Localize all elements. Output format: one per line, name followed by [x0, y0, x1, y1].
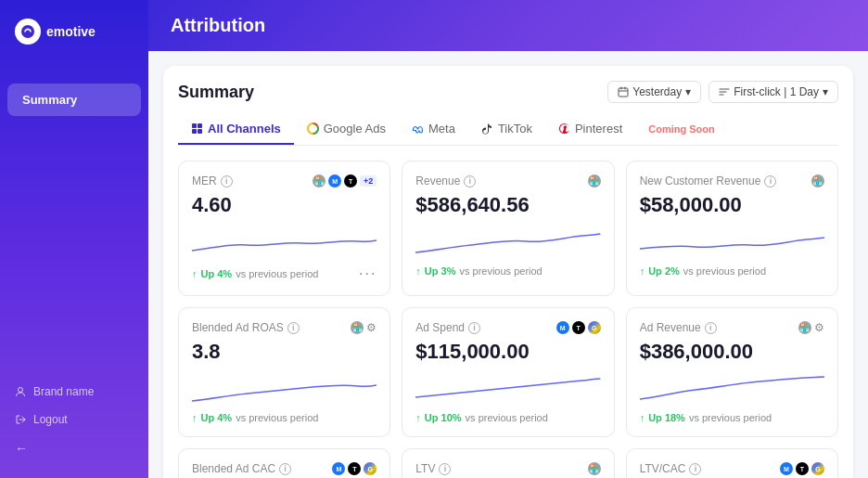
chevron-down-icon: ▾ [685, 85, 691, 98]
info-icon-cac[interactable]: i [279, 463, 291, 475]
metric-name-ltv: LTV [415, 462, 435, 475]
all-channels-icon [191, 123, 203, 135]
sidebar-brand-name[interactable]: Brand name [7, 378, 141, 406]
google-ads-icon [307, 123, 319, 135]
metrics-grid: MER i 🏪 M T +2 4.60 [178, 161, 838, 478]
metric-label-ltvcac: LTV/CAC i [640, 462, 702, 475]
trend-suffix-adrevenue: vs previous period [689, 412, 772, 423]
info-icon-ncr[interactable]: i [764, 175, 776, 187]
logo: emotive [0, 19, 96, 45]
info-icon-adspend[interactable]: i [468, 322, 480, 334]
sidebar-nav: Summary [0, 82, 148, 378]
settings-icon-roas: ⚙ [366, 321, 377, 334]
metric-card-adrevenue: Ad Revenue i 🏪 ⚙ $386,000.00 [626, 307, 838, 437]
metric-label-mer: MER i [192, 174, 233, 187]
model-picker-btn[interactable]: First-click | 1 Day ▾ [708, 81, 838, 103]
user-icon [15, 386, 26, 397]
metric-label-adspend: Ad Spend i [415, 321, 480, 334]
tiktok-icon-adspend: T [572, 321, 585, 334]
chevron-down-icon-2: ▾ [823, 85, 828, 98]
svg-rect-7 [198, 129, 202, 134]
page-title: Attribution [171, 15, 846, 36]
tab-coming-soon[interactable]: Coming Soon [635, 114, 728, 145]
trend-arrow-adspend: ↑ [415, 412, 421, 423]
metric-trend-mer: ↑ Up 4% vs previous period ··· [192, 265, 377, 282]
date-btn-label: Yesterday [632, 85, 682, 98]
model-btn-label: First-click | 1 Day [734, 85, 819, 98]
google-icon-ltvcac: G [811, 462, 824, 475]
sidebar-item-summary[interactable]: Summary [7, 84, 141, 116]
metric-name-ltvcac: LTV/CAC [640, 462, 686, 475]
svg-rect-6 [192, 129, 197, 134]
logo-text: emotive [46, 24, 96, 39]
trend-arrow-adrevenue: ↑ [640, 412, 645, 423]
metric-name-ncr: New Customer Revenue [640, 174, 761, 187]
metric-name-adspend: Ad Spend [415, 321, 465, 334]
tab-all-channels[interactable]: All Channels [178, 114, 294, 145]
metric-label-ltv: LTV i [415, 462, 451, 475]
metric-trend-roas: ↑ Up 4% vs previous period [192, 412, 377, 423]
metric-header-cac: Blended Ad CAC i M T G [192, 462, 377, 475]
sidebar-collapse-btn[interactable]: ← [7, 433, 141, 463]
metric-trend-adrevenue: ↑ Up 18% vs previous period [640, 412, 824, 423]
svg-point-2 [19, 388, 23, 393]
logo-icon [15, 19, 41, 45]
tiktok-icon-ltvcac: T [796, 462, 809, 475]
metric-icons-ltv: 🏪 [588, 462, 601, 475]
metric-name-adrevenue: Ad Revenue [640, 321, 701, 334]
meta-icon-ltvcac: M [780, 462, 793, 475]
metric-chart-adspend [415, 371, 600, 405]
store-icon-adrevenue: 🏪 [798, 321, 811, 334]
metric-name-mer: MER [192, 174, 217, 187]
metric-card-adspend: Ad Spend i M T G $115,000.00 [402, 307, 614, 437]
tab-pinterest[interactable]: Pinterest [545, 114, 635, 145]
trend-arrow-ncr: ↑ [640, 265, 645, 277]
trend-suffix-adspend: vs previous period [466, 412, 548, 423]
brand-name-label: Brand name [33, 385, 94, 398]
trend-value-revenue: Up 3% [425, 265, 456, 277]
metric-header-revenue: Revenue i 🏪 [415, 174, 600, 187]
metric-card-ltv: LTV i 🏪 $135.00 ↑ [402, 448, 614, 478]
metric-value-mer: 4.60 [192, 193, 377, 217]
trend-suffix-roas: vs previous period [236, 412, 318, 423]
header: Attribution [148, 0, 868, 51]
tab-meta[interactable]: Meta [399, 114, 468, 145]
summary-controls: Yesterday ▾ First-click | 1 Day ▾ [607, 81, 838, 103]
info-icon-mer[interactable]: i [221, 175, 233, 187]
metric-icons-mer: 🏪 M T +2 [313, 174, 377, 187]
store-icon-ltv: 🏪 [588, 462, 601, 475]
svg-rect-3 [619, 88, 628, 97]
tab-google-ads[interactable]: Google Ads [294, 114, 399, 145]
tab-all-channels-label: All Channels [208, 122, 281, 136]
info-icon-adrevenue[interactable]: i [705, 322, 717, 334]
tab-tiktok[interactable]: TikTok [468, 114, 545, 145]
trend-value-mer: Up 4% [201, 268, 233, 279]
summary-header: Summary Yesterday ▾ [178, 81, 838, 103]
trend-value-roas: Up 4% [201, 412, 233, 423]
metric-value-adrevenue: $386,000.00 [640, 340, 824, 364]
tiktok-icon [481, 123, 493, 135]
sidebar-item-summary-label: Summary [22, 93, 77, 107]
info-icon-ltvcac[interactable]: i [689, 463, 701, 475]
more-btn-mer[interactable]: ··· [359, 265, 377, 282]
meta-icon-adspend: M [556, 321, 569, 334]
sidebar-bottom: Brand name Logout ← [0, 378, 148, 463]
settings-icon-adrevenue: ⚙ [814, 321, 824, 334]
model-icon [719, 86, 730, 97]
info-icon-ltv[interactable]: i [439, 463, 451, 475]
metric-label-ncr: New Customer Revenue i [640, 174, 777, 187]
metric-icons-cac: M T G [332, 462, 377, 475]
metric-value-roas: 3.8 [192, 340, 377, 364]
metric-card-ltvcac: LTV/CAC i M T G 5.15 [626, 448, 838, 478]
date-picker-btn[interactable]: Yesterday ▾ [607, 81, 701, 103]
sidebar-logout[interactable]: Logout [7, 406, 141, 433]
metric-header-ltvcac: LTV/CAC i M T G [640, 462, 824, 475]
meta-dot-icon: M [328, 174, 341, 187]
calendar-icon [618, 86, 629, 97]
tab-google-ads-label: Google Ads [324, 122, 386, 136]
info-icon-revenue[interactable]: i [464, 175, 476, 187]
svg-rect-5 [198, 123, 202, 128]
info-icon-roas[interactable]: i [287, 322, 300, 334]
metric-card-new-customer-revenue: New Customer Revenue i 🏪 $58,000.00 [626, 161, 838, 296]
main-content: Attribution Summary Yesterday ▾ [148, 0, 868, 478]
